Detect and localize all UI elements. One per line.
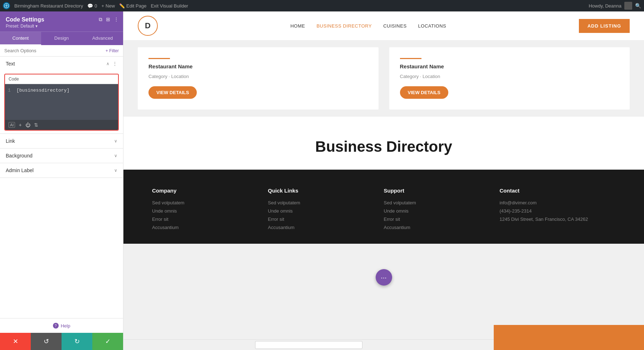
footer-company-link-3[interactable]: Error sit	[152, 217, 268, 222]
main-layout: Code Settings Preset: Default ▾ ⧉ ⊞ ⋮ Co…	[0, 11, 644, 350]
sidebar-header: Code Settings Preset: Default ▾ ⧉ ⊞ ⋮	[0, 11, 123, 31]
footer-contact-phone[interactable]: (434)-235-2314	[499, 208, 615, 214]
edit-page-link[interactable]: ✏️ Edit Page	[119, 3, 146, 9]
site-logo: D	[138, 16, 158, 36]
gray-bottom-bar	[123, 339, 494, 350]
line-code: [businessdirectory]	[16, 88, 69, 93]
footer-company-link-2[interactable]: Unde omnis	[152, 208, 268, 214]
code-editor[interactable]: 1 [businessdirectory]	[5, 84, 118, 120]
code-label: Code	[5, 74, 118, 84]
text-section-icons: ∧ ⋮	[106, 61, 117, 67]
sidebar: Code Settings Preset: Default ▾ ⧉ ⊞ ⋮ Co…	[0, 11, 123, 350]
link-section: Link ∨	[0, 134, 123, 149]
power-icon[interactable]: ⏻	[25, 122, 30, 128]
footer-support-title: Support	[384, 188, 500, 194]
admin-label-section-title: Admin Label	[6, 167, 34, 173]
site-name[interactable]: Birmingham Restaurant Directory	[14, 3, 83, 9]
footer-quicklinks-link-4[interactable]: Accusantium	[268, 225, 384, 230]
action-bar: ✕ ↺ ↻ ✓	[0, 333, 123, 350]
footer-company-link-1[interactable]: Sed volputatem	[152, 200, 268, 205]
text-section-more[interactable]: ⋮	[112, 61, 117, 67]
nav-links: HOME BUSINESS DIRECTORY CUISINES LOCATIO…	[291, 23, 447, 29]
background-section-title: Background	[6, 153, 33, 159]
duplicate-icon[interactable]: ⧉	[99, 16, 102, 23]
footer-support-link-4[interactable]: Accusantium	[384, 225, 500, 230]
search-input[interactable]	[4, 48, 103, 53]
add-code-icon[interactable]: +	[19, 122, 21, 128]
exit-builder-link[interactable]: Exit Visual Builder	[151, 3, 188, 9]
footer-support-link-3[interactable]: Error sit	[384, 217, 500, 222]
avatar[interactable]	[624, 2, 632, 10]
tab-advanced[interactable]: Advanced	[82, 32, 123, 45]
background-section-header[interactable]: Background ∨	[0, 149, 123, 163]
sort-icon[interactable]: ⇅	[34, 122, 38, 128]
cards-section: Restaurant Name Category · Location VIEW…	[123, 40, 644, 117]
website-frame: D HOME BUSINESS DIRECTORY CUISINES LOCAT…	[123, 11, 644, 350]
bottom-input-placeholder[interactable]	[255, 341, 362, 349]
text-section-header[interactable]: Text ∧ ⋮	[0, 57, 123, 71]
help-button[interactable]: ? Help	[4, 323, 119, 329]
help-circle-icon: ?	[53, 323, 59, 329]
fab-button[interactable]: ···	[376, 269, 392, 286]
admin-label-section-chevron[interactable]: ∨	[114, 168, 117, 173]
new-link[interactable]: + New	[101, 3, 115, 9]
add-listing-button[interactable]: ADD LISTING	[579, 19, 630, 33]
link-section-header[interactable]: Link ∨	[0, 134, 123, 148]
nav-home[interactable]: HOME	[291, 23, 305, 29]
footer-company-link-4[interactable]: Accusantium	[152, 225, 268, 230]
undo-button[interactable]: ↺	[31, 333, 62, 350]
howdy-text: Howdy, Deanna	[589, 3, 621, 9]
card-2-accent-line	[400, 58, 421, 59]
link-section-title: Link	[6, 138, 15, 144]
footer-quicklinks-link-2[interactable]: Unde omnis	[268, 208, 384, 214]
footer-col-quicklinks: Quick Links Sed volputatem Unde omnis Er…	[268, 188, 384, 233]
wordpress-icon[interactable]	[3, 2, 10, 9]
orange-box	[494, 325, 644, 350]
nav-business-directory[interactable]: BUSINESS DIRECTORY	[317, 23, 372, 29]
biz-dir-section: Business Directory	[123, 117, 644, 170]
footer-support-link-1[interactable]: Sed volputatem	[384, 200, 500, 205]
biz-dir-title: Business Directory	[138, 138, 630, 155]
link-section-chevron[interactable]: ∨	[114, 138, 117, 144]
more-icon[interactable]: ⋮	[114, 16, 119, 23]
card-2-view-details[interactable]: VIEW DETAILS	[400, 86, 448, 99]
content-area: D HOME BUSINESS DIRECTORY CUISINES LOCAT…	[123, 11, 644, 350]
text-section-chevron-up[interactable]: ∧	[106, 61, 109, 66]
text-section-title: Text	[6, 61, 15, 67]
sidebar-header-icons: ⧉ ⊞ ⋮	[99, 16, 119, 23]
website-nav: D HOME BUSINESS DIRECTORY CUISINES LOCAT…	[123, 11, 644, 40]
card-1-title: Restaurant Name	[148, 63, 192, 69]
footer-contact-title: Contact	[499, 188, 615, 194]
code-section: Code 1 [businessdirectory] AI + ⏻ ⇅	[4, 74, 119, 131]
footer-support-link-2[interactable]: Unde omnis	[384, 208, 500, 214]
nav-locations[interactable]: LOCATIONS	[418, 23, 447, 29]
sidebar-footer: ? Help	[0, 318, 123, 333]
footer-contact-email[interactable]: info@divimer.com	[499, 200, 615, 205]
footer-contact-address[interactable]: 1245 Divi Street, San Francisco, CA 3426…	[499, 217, 615, 222]
sidebar-preset[interactable]: Preset: Default ▾	[6, 24, 117, 29]
filter-button[interactable]: + Filter	[106, 48, 119, 53]
text-section: Text ∧ ⋮ Code 1 [businessdirectory] AI	[0, 57, 123, 134]
tab-content[interactable]: Content	[0, 32, 41, 45]
comments-link[interactable]: 💬 0	[87, 3, 97, 9]
admin-label-section-header[interactable]: Admin Label ∨	[0, 163, 123, 178]
save-button[interactable]: ✓	[92, 333, 123, 350]
card-2: Restaurant Name Category · Location VIEW…	[389, 47, 630, 110]
tab-design[interactable]: Design	[41, 32, 82, 45]
fab-icon: ···	[381, 273, 387, 282]
background-section: Background ∨	[0, 149, 123, 163]
footer-quicklinks-title: Quick Links	[268, 188, 384, 194]
background-section-chevron[interactable]: ∨	[114, 153, 117, 158]
admin-search-icon[interactable]: 🔍	[635, 3, 641, 9]
line-number: 1	[8, 88, 13, 93]
nav-cuisines[interactable]: CUISINES	[383, 23, 406, 29]
admin-bar-right: Howdy, Deanna 🔍	[589, 2, 641, 10]
code-line-1: 1 [businessdirectory]	[8, 88, 114, 93]
cancel-button[interactable]: ✕	[0, 333, 31, 350]
card-1-view-details[interactable]: VIEW DETAILS	[148, 86, 197, 99]
redo-button[interactable]: ↻	[62, 333, 92, 350]
footer-quicklinks-link-3[interactable]: Error sit	[268, 217, 384, 222]
ai-icon[interactable]: AI	[9, 122, 15, 128]
footer-quicklinks-link-1[interactable]: Sed volputatem	[268, 200, 384, 205]
columns-icon[interactable]: ⊞	[106, 16, 110, 23]
